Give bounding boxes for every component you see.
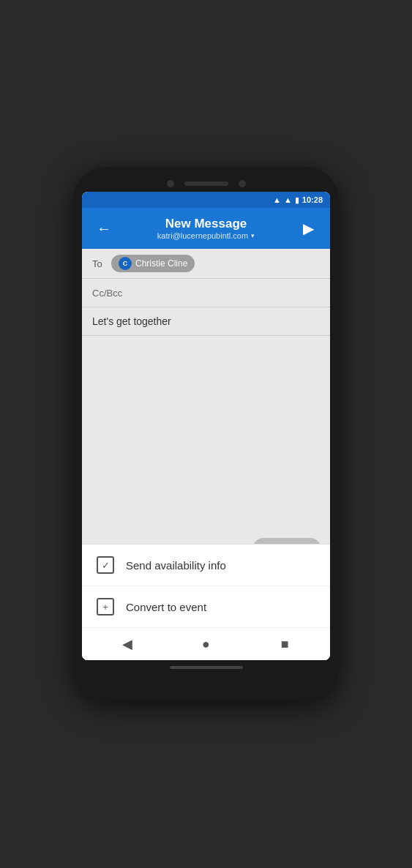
header-center: New Message katri@lucernepubintl.com ▾	[116, 217, 296, 240]
back-button[interactable]: ←	[92, 220, 116, 237]
header-title: New Message	[116, 217, 296, 231]
status-bar: ▲ ▲ ▮ 10:28	[82, 192, 330, 208]
send-availability-item[interactable]: ✓ Send availability info	[82, 545, 330, 586]
recipient-chip[interactable]: C Christie Cline	[111, 255, 195, 272]
body-area[interactable]	[82, 336, 330, 532]
screen: ▲ ▲ ▮ 10:28 ← New Message katri@lucernep…	[82, 192, 330, 660]
header-subtitle: katri@lucernepubintl.com ▾	[116, 231, 296, 240]
wifi-icon: ▲	[273, 195, 281, 204]
send-button[interactable]: ▶	[296, 220, 320, 237]
front-sensor-icon	[239, 180, 246, 187]
phone-shell: ▲ ▲ ▮ 10:28 ← New Message katri@lucernep…	[73, 167, 339, 701]
recipient-avatar: C	[119, 257, 132, 270]
phone-home-indicator	[170, 666, 243, 669]
send-availability-icon: ✓	[97, 556, 114, 574]
nav-recent-button[interactable]: ■	[271, 631, 298, 657]
nav-bar: ◀ ● ■	[82, 628, 330, 660]
battery-icon: ▮	[295, 195, 299, 205]
cc-bcc-row[interactable]: Cc/Bcc	[82, 279, 330, 307]
cc-bcc-label: Cc/Bcc	[92, 288, 122, 299]
front-camera-icon	[167, 180, 174, 187]
subject-text: Let's get together	[92, 315, 171, 327]
convert-event-icon: +	[97, 598, 114, 616]
convert-event-text: Convert to event	[126, 601, 206, 613]
compose-area: To C Christie Cline Cc/Bcc Let's get tog…	[82, 249, 330, 660]
recipient-name: Christie Cline	[135, 258, 187, 269]
app-header: ← New Message katri@lucernepubintl.com ▾…	[82, 208, 330, 249]
subject-row[interactable]: Let's get together	[82, 307, 330, 336]
signal-icon: ▲	[284, 195, 292, 204]
phone-bottom-bar	[82, 666, 330, 669]
dropdown-arrow-icon[interactable]: ▾	[251, 232, 255, 239]
nav-back-button[interactable]: ◀	[114, 631, 141, 657]
to-row: To C Christie Cline	[82, 249, 330, 279]
send-availability-text: Send availability info	[126, 559, 226, 572]
to-label: To	[92, 258, 105, 269]
phone-speaker	[184, 182, 228, 186]
status-time: 10:28	[302, 195, 323, 204]
convert-event-item[interactable]: + Convert to event	[82, 586, 330, 628]
bottom-popup: ✓ Send availability info + Convert to ev…	[82, 544, 330, 660]
sender-email: katri@lucernepubintl.com	[157, 231, 248, 240]
status-icons: ▲ ▲ ▮ 10:28	[273, 195, 323, 205]
phone-top-bar	[82, 180, 330, 187]
nav-home-button[interactable]: ●	[192, 631, 219, 657]
